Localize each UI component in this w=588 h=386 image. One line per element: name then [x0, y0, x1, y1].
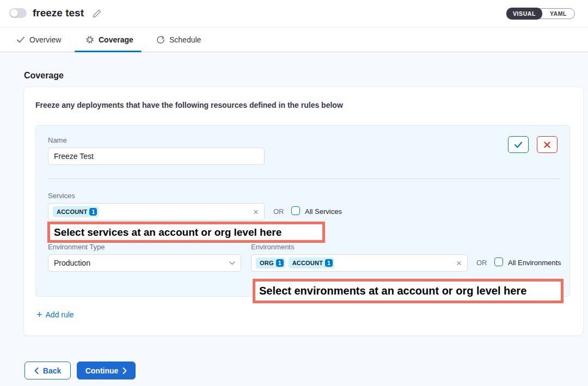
all-environments-label: All Environments	[508, 259, 561, 267]
environments-multiselect[interactable]: ORG 1 ACCOUNT 1 ×	[251, 254, 468, 272]
edit-title-icon[interactable]	[91, 8, 102, 19]
tag-count-badge: 1	[89, 208, 97, 216]
environment-type-value: Production	[54, 259, 90, 267]
add-rule-button[interactable]: + Add rule	[36, 310, 74, 320]
environments-label: Environments	[251, 243, 294, 251]
add-rule-label: Add rule	[46, 310, 74, 319]
tab-overview-label: Overview	[29, 35, 61, 44]
environment-type-select[interactable]: Production	[48, 254, 241, 272]
confirm-rule-button[interactable]	[508, 136, 529, 153]
chevron-down-icon	[229, 261, 235, 265]
active-tab-underline	[75, 51, 142, 52]
services-or-label: OR	[273, 207, 284, 216]
check-icon	[16, 35, 25, 44]
tag-count-badge: 1	[325, 259, 333, 267]
continue-button[interactable]: Continue	[77, 362, 136, 379]
name-input[interactable]: Freeze Test	[48, 148, 265, 165]
environments-clear-icon[interactable]: ×	[455, 259, 463, 268]
services-clear-icon[interactable]: ×	[252, 207, 260, 217]
service-tag-account[interactable]: ACCOUNT 1	[53, 206, 99, 217]
continue-label: Continue	[85, 366, 119, 375]
annotation-services: Select services at an account or org lev…	[47, 222, 325, 243]
delete-rule-button[interactable]	[537, 136, 558, 153]
name-value: Freeze Test	[54, 152, 94, 161]
yaml-tab[interactable]: YAML	[542, 8, 574, 19]
all-services-label: All Services	[305, 207, 342, 216]
top-header: freeze test VISUAL YAML	[0, 0, 588, 27]
annotation-environments: Select environments at an account or org…	[253, 279, 564, 303]
tab-overview[interactable]: Overview	[16, 27, 61, 52]
freeze-studio-window: freeze test VISUAL YAML Overview Coverag…	[0, 0, 588, 386]
toggle-knob	[10, 9, 18, 17]
rule-divider	[48, 179, 561, 179]
visual-yaml-toggle: VISUAL YAML	[506, 8, 575, 19]
freeze-enabled-toggle[interactable]	[9, 8, 27, 18]
tab-bar: Overview Coverage Schedule	[0, 27, 588, 52]
environment-tag-org[interactable]: ORG 1	[256, 258, 285, 268]
back-label: Back	[43, 366, 61, 375]
tab-schedule-label: Schedule	[169, 35, 201, 44]
page-title: freeze test	[33, 7, 84, 19]
tab-coverage[interactable]: Coverage	[85, 27, 133, 52]
back-button[interactable]: Back	[24, 362, 71, 379]
tag-count-badge: 1	[276, 259, 284, 267]
schedule-icon	[156, 35, 165, 44]
all-services-checkbox[interactable]	[291, 206, 300, 215]
tab-schedule[interactable]: Schedule	[156, 27, 201, 52]
coverage-heading: Coverage	[24, 71, 64, 81]
services-label: Services	[48, 192, 75, 200]
card-description: Freeze any deployments that have the fol…	[35, 101, 343, 109]
environment-type-label: Environment Type	[48, 243, 105, 251]
tab-coverage-label: Coverage	[99, 35, 133, 44]
all-environments-checkbox[interactable]	[494, 258, 503, 266]
environment-tag-account[interactable]: ACCOUNT 1	[289, 258, 334, 268]
plus-icon: +	[36, 310, 42, 320]
environments-or-label: OR	[476, 259, 487, 267]
visual-tab[interactable]: VISUAL	[506, 8, 542, 20]
name-label: Name	[48, 136, 67, 144]
gear-icon	[85, 35, 94, 44]
services-multiselect[interactable]: ACCOUNT 1 ×	[48, 203, 265, 220]
